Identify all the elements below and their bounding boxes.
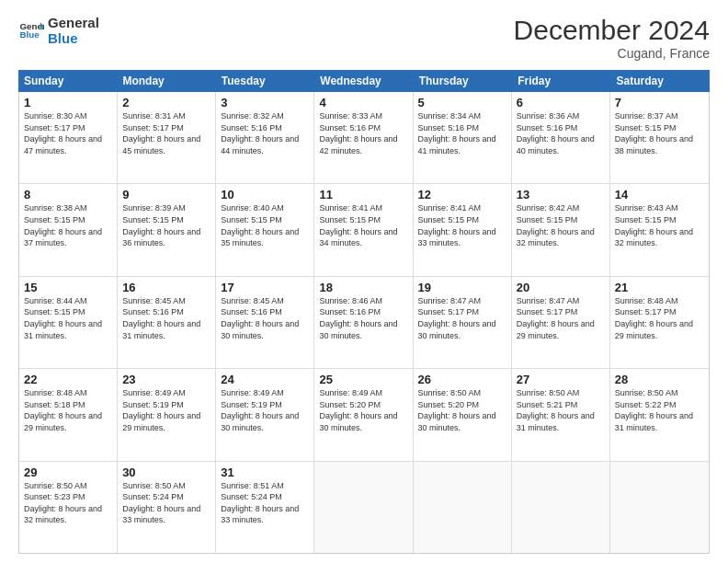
cell-25: 25 Sunrise: 8:49 AMSunset: 5:20 PMDaylig… [314,369,413,460]
calendar-header: Sunday Monday Tuesday Wednesday Thursday… [18,70,710,92]
day-number: 6 [517,96,605,109]
page: General Blue General Blue December 2024 … [0,0,728,563]
day-number: 31 [221,465,309,479]
day-number: 12 [418,188,506,201]
svg-text:Blue: Blue [19,30,40,40]
header-sunday: Sunday [18,70,117,92]
cell-info: Sunrise: 8:45 AMSunset: 5:16 PMDaylight:… [122,295,210,341]
cell-info: Sunrise: 8:40 AMSunset: 5:15 PMDaylight:… [221,202,309,248]
logo-blue: Blue [48,30,99,46]
day-number: 25 [319,373,407,386]
cell-24: 24 Sunrise: 8:49 AMSunset: 5:19 PMDaylig… [216,369,314,460]
cell-27: 27 Sunrise: 8:50 AMSunset: 5:21 PMDaylig… [512,369,610,460]
cell-info: Sunrise: 8:41 AMSunset: 5:15 PMDaylight:… [319,202,407,248]
day-number: 29 [24,465,112,479]
cell-10: 10 Sunrise: 8:40 AMSunset: 5:15 PMDaylig… [216,184,314,275]
day-number: 4 [319,96,407,109]
day-number: 23 [122,373,210,386]
cell-11: 11 Sunrise: 8:41 AMSunset: 5:15 PMDaylig… [314,184,413,275]
cell-21: 21 Sunrise: 8:48 AMSunset: 5:17 PMDaylig… [610,277,709,368]
cell-info: Sunrise: 8:34 AMSunset: 5:16 PMDaylight:… [418,110,506,156]
cell-29: 29 Sunrise: 8:50 AMSunset: 5:23 PMDaylig… [19,462,118,553]
cell-info: Sunrise: 8:39 AMSunset: 5:15 PMDaylight:… [122,202,210,248]
day-number: 2 [122,96,210,109]
header-monday: Monday [117,70,215,92]
day-number: 26 [418,373,506,386]
cell-16: 16 Sunrise: 8:45 AMSunset: 5:16 PMDaylig… [118,277,216,368]
day-number: 20 [517,281,605,294]
day-number: 14 [615,188,704,201]
cell-info: Sunrise: 8:30 AMSunset: 5:17 PMDaylight:… [24,110,112,156]
cell-15: 15 Sunrise: 8:44 AMSunset: 5:15 PMDaylig… [19,277,118,368]
cell-31: 31 Sunrise: 8:51 AMSunset: 5:24 PMDaylig… [216,462,314,553]
cell-info: Sunrise: 8:51 AMSunset: 5:24 PMDaylight:… [221,480,309,526]
logo-general: General [48,15,99,30]
cell-8: 8 Sunrise: 8:38 AMSunset: 5:15 PMDayligh… [19,184,118,275]
cell-info: Sunrise: 8:47 AMSunset: 5:17 PMDaylight:… [517,295,605,341]
cell-info: Sunrise: 8:49 AMSunset: 5:19 PMDaylight:… [122,387,210,433]
cell-empty-2 [414,462,512,553]
cell-info: Sunrise: 8:49 AMSunset: 5:20 PMDaylight:… [319,387,407,433]
cell-26: 26 Sunrise: 8:50 AMSunset: 5:20 PMDaylig… [414,369,512,460]
header-thursday: Thursday [414,70,512,92]
cell-info: Sunrise: 8:49 AMSunset: 5:19 PMDaylight:… [221,387,309,433]
cell-23: 23 Sunrise: 8:49 AMSunset: 5:19 PMDaylig… [118,369,216,460]
logo: General Blue General Blue [18,15,99,47]
week-row-3: 15 Sunrise: 8:44 AMSunset: 5:15 PMDaylig… [19,277,709,369]
day-number: 10 [221,188,309,201]
cell-4: 4 Sunrise: 8:33 AMSunset: 5:16 PMDayligh… [314,92,413,183]
day-number: 5 [418,96,506,109]
day-number: 28 [615,373,704,386]
day-number: 11 [319,188,407,201]
day-number: 15 [24,281,112,294]
day-number: 21 [615,281,704,294]
week-row-5: 29 Sunrise: 8:50 AMSunset: 5:23 PMDaylig… [19,462,709,553]
cell-1: 1 Sunrise: 8:30 AMSunset: 5:17 PMDayligh… [19,92,118,183]
header: General Blue General Blue December 2024 … [18,15,710,61]
cell-3: 3 Sunrise: 8:32 AMSunset: 5:16 PMDayligh… [216,92,314,183]
cell-info: Sunrise: 8:48 AMSunset: 5:18 PMDaylight:… [24,387,112,433]
day-number: 24 [221,373,309,386]
calendar: Sunday Monday Tuesday Wednesday Thursday… [18,70,710,554]
cell-info: Sunrise: 8:36 AMSunset: 5:16 PMDaylight:… [517,110,605,156]
cell-6: 6 Sunrise: 8:36 AMSunset: 5:16 PMDayligh… [512,92,610,183]
cell-28: 28 Sunrise: 8:50 AMSunset: 5:22 PMDaylig… [610,369,709,460]
cell-info: Sunrise: 8:31 AMSunset: 5:17 PMDaylight:… [122,110,210,156]
header-tuesday: Tuesday [216,70,314,92]
cell-22: 22 Sunrise: 8:48 AMSunset: 5:18 PMDaylig… [19,369,118,460]
cell-17: 17 Sunrise: 8:45 AMSunset: 5:16 PMDaylig… [216,277,314,368]
cell-info: Sunrise: 8:42 AMSunset: 5:15 PMDaylight:… [517,202,605,248]
cell-info: Sunrise: 8:41 AMSunset: 5:15 PMDaylight:… [418,202,506,248]
header-saturday: Saturday [611,70,710,92]
cell-7: 7 Sunrise: 8:37 AMSunset: 5:15 PMDayligh… [610,92,709,183]
title-block: December 2024 Cugand, France [514,15,710,61]
cell-info: Sunrise: 8:47 AMSunset: 5:17 PMDaylight:… [418,295,506,341]
cell-info: Sunrise: 8:50 AMSunset: 5:24 PMDaylight:… [122,480,210,526]
cell-empty-3 [512,462,610,553]
cell-info: Sunrise: 8:50 AMSunset: 5:20 PMDaylight:… [418,387,506,433]
cell-5: 5 Sunrise: 8:34 AMSunset: 5:16 PMDayligh… [414,92,512,183]
cell-empty-1 [314,462,413,553]
day-number: 13 [517,188,605,201]
cell-13: 13 Sunrise: 8:42 AMSunset: 5:15 PMDaylig… [512,184,610,275]
day-number: 27 [517,373,605,386]
day-number: 9 [122,188,210,201]
header-friday: Friday [512,70,610,92]
cell-info: Sunrise: 8:45 AMSunset: 5:16 PMDaylight:… [221,295,309,341]
day-number: 1 [24,96,112,109]
day-number: 22 [24,373,112,386]
day-number: 16 [122,281,210,294]
cell-info: Sunrise: 8:48 AMSunset: 5:17 PMDaylight:… [615,295,704,341]
cell-info: Sunrise: 8:43 AMSunset: 5:15 PMDaylight:… [615,202,704,248]
day-number: 19 [418,281,506,294]
cell-20: 20 Sunrise: 8:47 AMSunset: 5:17 PMDaylig… [512,277,610,368]
day-number: 8 [24,188,112,201]
cell-info: Sunrise: 8:50 AMSunset: 5:21 PMDaylight:… [517,387,605,433]
cell-30: 30 Sunrise: 8:50 AMSunset: 5:24 PMDaylig… [118,462,216,553]
logo-icon: General Blue [18,17,44,43]
day-number: 7 [615,96,704,109]
cell-14: 14 Sunrise: 8:43 AMSunset: 5:15 PMDaylig… [610,184,709,275]
cell-info: Sunrise: 8:37 AMSunset: 5:15 PMDaylight:… [615,110,704,156]
cell-19: 19 Sunrise: 8:47 AMSunset: 5:17 PMDaylig… [414,277,512,368]
cell-info: Sunrise: 8:33 AMSunset: 5:16 PMDaylight:… [319,110,407,156]
